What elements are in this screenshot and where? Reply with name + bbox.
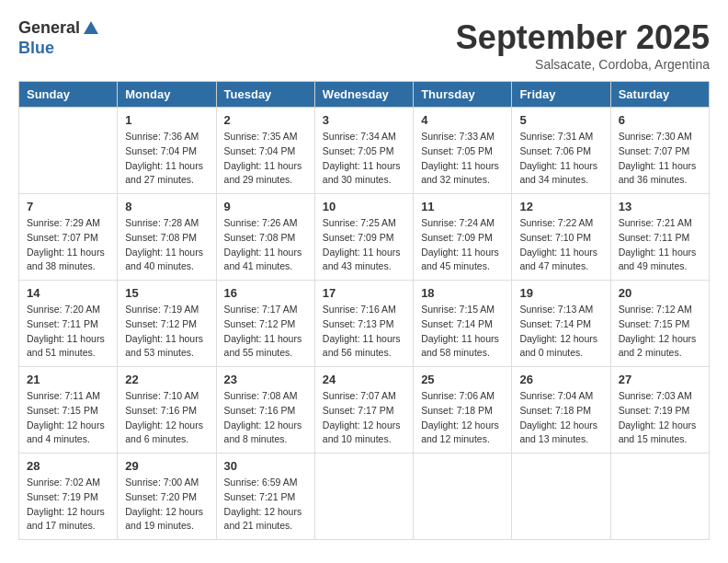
logo: General Blue	[18, 18, 100, 58]
day-cell-13: 13Sunrise: 7:21 AM Sunset: 7:11 PM Dayli…	[610, 194, 709, 281]
day-number: 1	[125, 113, 208, 127]
day-info: Sunrise: 7:35 AM Sunset: 7:04 PM Dayligh…	[224, 130, 307, 188]
day-info: Sunrise: 7:21 AM Sunset: 7:11 PM Dayligh…	[619, 216, 701, 274]
svg-marker-0	[84, 21, 98, 34]
day-cell-2: 2Sunrise: 7:35 AM Sunset: 7:04 PM Daylig…	[216, 108, 314, 194]
day-info: Sunrise: 7:03 AM Sunset: 7:19 PM Dayligh…	[619, 389, 701, 447]
day-number: 2	[224, 113, 307, 127]
day-number: 15	[125, 286, 208, 300]
day-cell-20: 20Sunrise: 7:12 AM Sunset: 7:15 PM Dayli…	[610, 281, 709, 367]
day-number: 19	[519, 286, 602, 300]
day-info: Sunrise: 7:22 AM Sunset: 7:10 PM Dayligh…	[519, 216, 602, 274]
day-cell-5: 5Sunrise: 7:31 AM Sunset: 7:06 PM Daylig…	[512, 108, 610, 194]
day-info: Sunrise: 7:34 AM Sunset: 7:05 PM Dayligh…	[323, 130, 405, 188]
day-cell-29: 29Sunrise: 7:00 AM Sunset: 7:20 PM Dayli…	[118, 454, 216, 540]
day-cell-25: 25Sunrise: 7:06 AM Sunset: 7:18 PM Dayli…	[414, 367, 512, 454]
day-cell-22: 22Sunrise: 7:10 AM Sunset: 7:16 PM Dayli…	[118, 367, 216, 454]
day-number: 4	[421, 113, 504, 127]
day-info: Sunrise: 7:11 AM Sunset: 7:15 PM Dayligh…	[27, 389, 109, 447]
day-header-monday: Monday	[118, 82, 216, 108]
day-info: Sunrise: 7:02 AM Sunset: 7:19 PM Dayligh…	[27, 476, 109, 534]
day-cell-30: 30Sunrise: 6:59 AM Sunset: 7:21 PM Dayli…	[216, 454, 314, 540]
day-info: Sunrise: 7:28 AM Sunset: 7:08 PM Dayligh…	[125, 216, 208, 274]
day-cell-26: 26Sunrise: 7:04 AM Sunset: 7:18 PM Dayli…	[512, 367, 610, 454]
day-number: 16	[224, 286, 307, 300]
day-number: 10	[323, 200, 405, 213]
day-number: 22	[125, 373, 208, 386]
day-info: Sunrise: 7:20 AM Sunset: 7:11 PM Dayligh…	[27, 303, 109, 361]
day-info: Sunrise: 7:31 AM Sunset: 7:06 PM Dayligh…	[519, 130, 602, 188]
day-info: Sunrise: 7:00 AM Sunset: 7:20 PM Dayligh…	[125, 476, 208, 534]
day-number: 29	[125, 459, 208, 473]
day-number: 13	[619, 200, 701, 213]
day-cell-4: 4Sunrise: 7:33 AM Sunset: 7:05 PM Daylig…	[414, 108, 512, 194]
day-number: 7	[27, 200, 109, 213]
day-cell-3: 3Sunrise: 7:34 AM Sunset: 7:05 PM Daylig…	[314, 108, 413, 194]
day-cell-23: 23Sunrise: 7:08 AM Sunset: 7:16 PM Dayli…	[216, 367, 314, 454]
empty-cell	[414, 454, 512, 540]
day-cell-14: 14Sunrise: 7:20 AM Sunset: 7:11 PM Dayli…	[19, 281, 118, 367]
day-cell-17: 17Sunrise: 7:16 AM Sunset: 7:13 PM Dayli…	[314, 281, 413, 367]
empty-cell	[314, 454, 413, 540]
empty-cell	[19, 108, 118, 194]
title-block: September 2025 Salsacate, Cordoba, Argen…	[456, 18, 710, 72]
day-info: Sunrise: 7:12 AM Sunset: 7:15 PM Dayligh…	[619, 303, 701, 361]
logo-icon	[82, 19, 100, 38]
day-info: Sunrise: 7:06 AM Sunset: 7:18 PM Dayligh…	[421, 389, 504, 447]
day-info: Sunrise: 7:36 AM Sunset: 7:04 PM Dayligh…	[125, 130, 208, 188]
week-row-2: 7Sunrise: 7:29 AM Sunset: 7:07 PM Daylig…	[19, 194, 710, 281]
day-info: Sunrise: 7:26 AM Sunset: 7:08 PM Dayligh…	[224, 216, 307, 274]
day-cell-28: 28Sunrise: 7:02 AM Sunset: 7:19 PM Dayli…	[19, 454, 118, 540]
day-header-sunday: Sunday	[19, 82, 118, 108]
day-cell-8: 8Sunrise: 7:28 AM Sunset: 7:08 PM Daylig…	[118, 194, 216, 281]
week-row-3: 14Sunrise: 7:20 AM Sunset: 7:11 PM Dayli…	[19, 281, 710, 367]
day-info: Sunrise: 7:13 AM Sunset: 7:14 PM Dayligh…	[519, 303, 602, 361]
month-title: September 2025	[456, 18, 710, 57]
day-number: 18	[421, 286, 504, 300]
day-info: Sunrise: 7:30 AM Sunset: 7:07 PM Dayligh…	[619, 130, 701, 188]
calendar-table: SundayMondayTuesdayWednesdayThursdayFrid…	[18, 81, 710, 540]
day-number: 25	[421, 373, 504, 386]
day-info: Sunrise: 7:24 AM Sunset: 7:09 PM Dayligh…	[421, 216, 504, 274]
location: Salsacate, Cordoba, Argentina	[456, 57, 710, 72]
day-number: 28	[27, 459, 109, 473]
day-info: Sunrise: 6:59 AM Sunset: 7:21 PM Dayligh…	[224, 476, 307, 534]
day-cell-27: 27Sunrise: 7:03 AM Sunset: 7:19 PM Dayli…	[610, 367, 709, 454]
day-info: Sunrise: 7:33 AM Sunset: 7:05 PM Dayligh…	[421, 130, 504, 188]
day-cell-21: 21Sunrise: 7:11 AM Sunset: 7:15 PM Dayli…	[19, 367, 118, 454]
day-number: 26	[519, 373, 602, 386]
day-number: 21	[27, 373, 109, 386]
day-number: 14	[27, 286, 109, 300]
day-header-thursday: Thursday	[414, 82, 512, 108]
day-header-saturday: Saturday	[610, 82, 709, 108]
day-number: 3	[323, 113, 405, 127]
day-cell-6: 6Sunrise: 7:30 AM Sunset: 7:07 PM Daylig…	[610, 108, 709, 194]
week-row-1: 1Sunrise: 7:36 AM Sunset: 7:04 PM Daylig…	[19, 108, 710, 194]
day-cell-19: 19Sunrise: 7:13 AM Sunset: 7:14 PM Dayli…	[512, 281, 610, 367]
day-cell-1: 1Sunrise: 7:36 AM Sunset: 7:04 PM Daylig…	[118, 108, 216, 194]
day-header-wednesday: Wednesday	[314, 82, 413, 108]
days-header-row: SundayMondayTuesdayWednesdayThursdayFrid…	[19, 82, 710, 108]
day-cell-10: 10Sunrise: 7:25 AM Sunset: 7:09 PM Dayli…	[314, 194, 413, 281]
day-info: Sunrise: 7:19 AM Sunset: 7:12 PM Dayligh…	[125, 303, 208, 361]
day-number: 30	[224, 459, 307, 473]
day-info: Sunrise: 7:25 AM Sunset: 7:09 PM Dayligh…	[323, 216, 405, 274]
day-number: 12	[519, 200, 602, 213]
day-info: Sunrise: 7:04 AM Sunset: 7:18 PM Dayligh…	[519, 389, 602, 447]
day-number: 20	[619, 286, 701, 300]
week-row-5: 28Sunrise: 7:02 AM Sunset: 7:19 PM Dayli…	[19, 454, 710, 540]
day-info: Sunrise: 7:10 AM Sunset: 7:16 PM Dayligh…	[125, 389, 208, 447]
day-cell-15: 15Sunrise: 7:19 AM Sunset: 7:12 PM Dayli…	[118, 281, 216, 367]
day-cell-16: 16Sunrise: 7:17 AM Sunset: 7:12 PM Dayli…	[216, 281, 314, 367]
day-cell-18: 18Sunrise: 7:15 AM Sunset: 7:14 PM Dayli…	[414, 281, 512, 367]
page-header: General Blue September 2025 Salsacate, C…	[18, 18, 710, 72]
day-number: 27	[619, 373, 701, 386]
day-header-friday: Friday	[512, 82, 610, 108]
day-number: 5	[519, 113, 602, 127]
day-number: 11	[421, 200, 504, 213]
day-cell-9: 9Sunrise: 7:26 AM Sunset: 7:08 PM Daylig…	[216, 194, 314, 281]
week-row-4: 21Sunrise: 7:11 AM Sunset: 7:15 PM Dayli…	[19, 367, 710, 454]
day-info: Sunrise: 7:07 AM Sunset: 7:17 PM Dayligh…	[323, 389, 405, 447]
day-number: 24	[323, 373, 405, 386]
day-cell-24: 24Sunrise: 7:07 AM Sunset: 7:17 PM Dayli…	[314, 367, 413, 454]
